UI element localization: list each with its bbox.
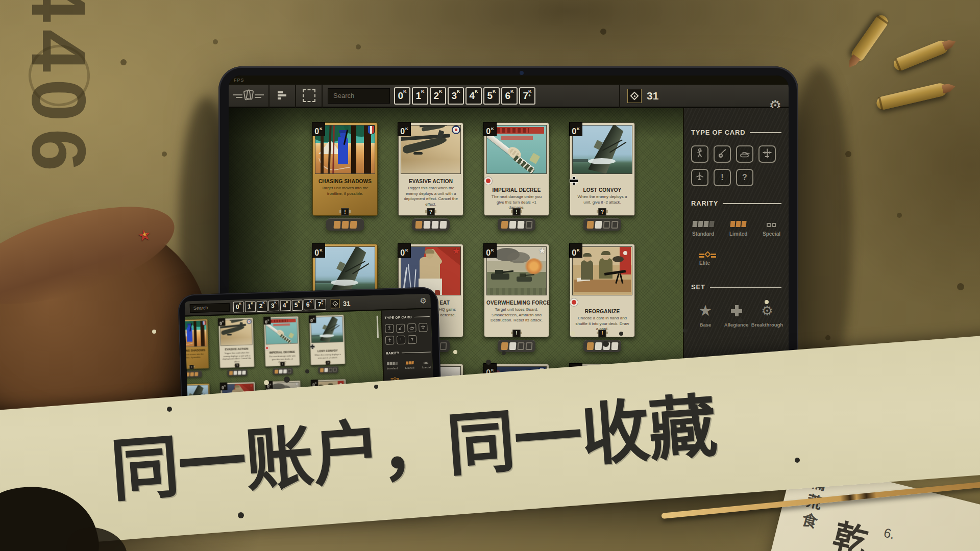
collection-card[interactable]: 0K?EVASIVE ACTIONTrigger this card when …	[398, 122, 463, 216]
set-filter-allegiance[interactable]: Allegiance	[722, 303, 751, 328]
cost-filter-2k[interactable]: 2K	[430, 87, 446, 105]
card-cost-badge: 0K	[483, 122, 497, 136]
copy-segment	[603, 342, 610, 350]
type-filter-fighter[interactable]	[691, 169, 708, 186]
card-cost-suffix: K	[491, 368, 494, 372]
collection-card[interactable]: 0K?LOST CONVOYWhen the enemy deploys a u…	[309, 315, 346, 365]
rarity-segments	[406, 361, 414, 365]
multi-select-button[interactable]	[296, 84, 322, 108]
copy-segment	[324, 368, 328, 372]
type-filter-order[interactable]: !	[397, 336, 406, 345]
reorganize-art-layer	[623, 251, 627, 255]
order-icon: !	[400, 338, 402, 342]
rarity-filter-limited[interactable]: Limited	[405, 361, 414, 370]
wildcard-diamond-icon[interactable]	[331, 299, 340, 309]
rarity-filter-elite[interactable]: Elite	[699, 252, 781, 266]
rarity-segment	[387, 362, 389, 365]
card-title: OVERWHELMING FORCE	[486, 300, 547, 306]
search-input[interactable]: Search	[190, 303, 230, 312]
type-filter-artillery[interactable]	[396, 324, 405, 333]
reorganize-art-layer	[583, 253, 592, 257]
cost-filter-5k[interactable]: 5K	[483, 87, 500, 105]
rarity-filter-standard[interactable]: Standard	[386, 362, 398, 370]
elite-core	[704, 251, 711, 258]
search-input[interactable]: Search	[328, 88, 390, 104]
type-filter-order[interactable]: !	[714, 169, 731, 186]
collection-card[interactable]: 0K!CHASING SHADOWSTarget unit moves into…	[312, 122, 378, 216]
raf-roundel-badge	[452, 126, 460, 134]
cost-suffix: K	[439, 89, 443, 93]
deck-stats-button[interactable]	[270, 84, 295, 108]
rarity-segment	[406, 361, 408, 364]
type-filter-tank[interactable]	[736, 145, 753, 163]
cost-filter-7k[interactable]: 7K+	[315, 298, 327, 310]
copy-segment	[517, 221, 524, 229]
type-filter-bomber[interactable]	[758, 145, 776, 163]
cost-suffix-k: K	[510, 89, 514, 93]
settings-gear-icon[interactable]: ⚙	[420, 296, 427, 306]
type-filter-fighter[interactable]	[385, 336, 395, 345]
card-cost-badge: 0K	[398, 243, 411, 258]
wildcard-diamond-icon[interactable]	[627, 89, 642, 103]
cost-filter-2k[interactable]: 2K	[257, 300, 268, 312]
collection-card[interactable]: 0K!IMPERIAL DECREEThe next damage order …	[484, 122, 549, 216]
card-title: EVASIVE ACTION	[220, 347, 253, 352]
cost-filter-3k[interactable]: 3K	[448, 87, 464, 105]
type-filter-countermeasure[interactable]: ?	[408, 335, 417, 344]
rarity-filter-limited[interactable]: Limited	[729, 220, 748, 237]
collection-card[interactable]: 0K!REORGANIZEChoose a card in hand and s…	[570, 244, 635, 337]
tank-icon	[409, 324, 414, 331]
japan-red-sun	[572, 300, 576, 305]
infantry-icon	[386, 325, 392, 332]
cost-suffix-k: K	[421, 89, 425, 93]
type-filter-countermeasure[interactable]: ?	[736, 169, 753, 186]
cost-filter-0k[interactable]: 0K	[394, 87, 410, 105]
cost-filter-5k[interactable]: 5K	[292, 299, 303, 311]
rarity-filter-special[interactable]: Special	[422, 361, 431, 369]
cost-filter-4k[interactable]: 4K	[465, 87, 482, 105]
cost-filter-4k[interactable]: 4K	[280, 300, 291, 311]
rarity-label: Standard	[387, 367, 398, 370]
france-flag-badge	[368, 126, 375, 134]
type-filter-tank[interactable]	[407, 323, 416, 333]
cost-filter-7k[interactable]: 7K+	[519, 87, 535, 105]
cost-filter-6k[interactable]: 6K	[304, 299, 315, 310]
overwhelming-force-art-layer	[517, 277, 532, 282]
cost-suffix: K	[475, 89, 478, 93]
set-filter-base[interactable]: ★Base	[691, 303, 720, 328]
copy-segment	[350, 221, 357, 229]
card-title: LOST CONVOY	[572, 187, 632, 193]
cost-digit: 7	[523, 88, 528, 104]
type-filter-bomber[interactable]	[419, 323, 428, 332]
cost-filter-1k[interactable]: 1K	[412, 87, 428, 105]
type-filter-artillery[interactable]	[714, 145, 731, 163]
collection-card[interactable]: 0K?EVASIVE ACTIONTrigger this card when …	[218, 317, 255, 368]
copy-segment	[509, 221, 516, 229]
cost-filter-3k[interactable]: 3K	[268, 300, 280, 311]
rarity-filter-standard[interactable]: Standard	[692, 220, 714, 237]
rarity-segment	[389, 362, 392, 365]
type-filter-infantry[interactable]	[691, 145, 708, 163]
copy-segment	[439, 221, 447, 229]
collection-card[interactable]: 0K★!OVERWHELMING FORCETarget unit loses …	[484, 244, 549, 337]
rarity-segment	[393, 362, 395, 365]
set-filter-breakthrough[interactable]: ⚙Breakthrough	[753, 303, 781, 328]
rarity-filter-special[interactable]: Special	[763, 220, 780, 237]
japan-red-sun	[266, 347, 268, 349]
app-logo[interactable]	[229, 84, 268, 108]
cost-filter-1k[interactable]: 1K	[245, 301, 256, 312]
collection-card[interactable]: 0K!CHASING SHADOWSTarget unit moves into…	[185, 319, 209, 369]
cost-filter-6k[interactable]: 6K	[501, 87, 518, 105]
copy-segment	[415, 221, 422, 229]
countermeasure-icon: ?	[742, 173, 747, 182]
soviet-poster-art-layer	[425, 249, 434, 254]
cost-suffix-k: K	[262, 302, 264, 304]
rarity-segment	[703, 221, 708, 227]
star-icon: ★	[699, 303, 713, 318]
imperial-decree-art-layer	[492, 128, 529, 133]
soviet-star-badge: ★	[249, 384, 254, 388]
cost-filter-0k[interactable]: 0K	[233, 301, 244, 312]
collection-card[interactable]: 0K?LOST CONVOYWhen the enemy deploys a u…	[570, 122, 635, 216]
collection-card[interactable]: 0K!IMPERIAL DECREEThe next damage order …	[264, 316, 300, 367]
type-filter-infantry[interactable]	[385, 324, 394, 333]
